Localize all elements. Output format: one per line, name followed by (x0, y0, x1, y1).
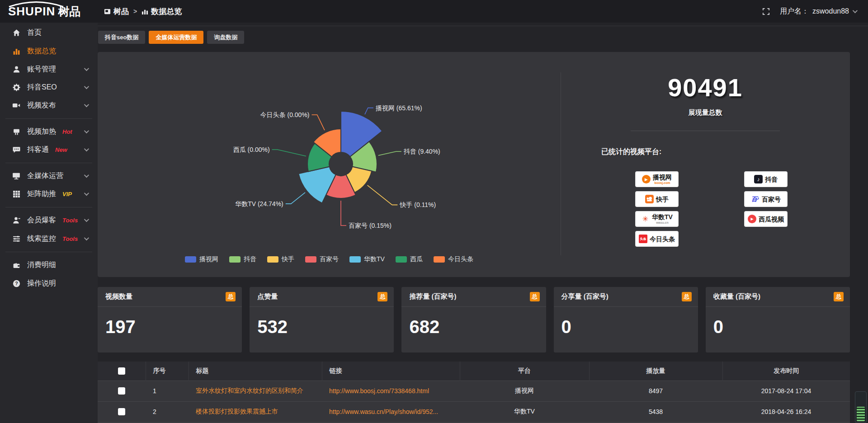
sidebar-item-视频加热[interactable]: 视频加热Hot (0, 122, 98, 141)
pie-label-line (286, 193, 305, 204)
sidebar-item-全媒体运营[interactable]: 全媒体运营 (0, 167, 98, 185)
stat-card-value: 0 (713, 317, 850, 337)
breadcrumb-root[interactable]: 树品 (104, 6, 129, 17)
sidebar-item-首页[interactable]: 首页 (0, 24, 98, 42)
legend-item-华数TV[interactable]: 华数TV (349, 255, 385, 263)
platform-name: 今日头条 (650, 236, 675, 242)
platform-name: 快手 (656, 196, 669, 202)
app-logo[interactable]: SHUPIN 树品 (0, 5, 98, 17)
column-header-标题: 标题 (189, 362, 322, 381)
sidebar-item-label: 全媒体运营 (27, 171, 63, 181)
exposure-summary: 90491 展现量总数 已统计的视频平台: ▶播视网boosj.com快手✳华数… (561, 52, 850, 277)
legend-color-chip (185, 256, 196, 263)
pie-label-快手: 快手 (0.11%) (399, 201, 436, 208)
stat-card-title: 视频数量 (105, 292, 132, 301)
legend-item-百家号[interactable]: 百家号 (305, 255, 339, 263)
platform-card-今日头条[interactable]: 头条今日头条 (636, 231, 678, 246)
legend-item-播视网[interactable]: 播视网 (185, 255, 218, 263)
platform-card-华数TV[interactable]: ✳华数TVwasu.cn (636, 212, 678, 226)
platform-card-快手[interactable]: 快手 (636, 192, 678, 207)
select-all-checkbox[interactable] (118, 367, 125, 375)
total-badge[interactable]: 总 (226, 292, 236, 301)
cell-video-title[interactable]: 室外水纹灯和室内水纹灯的区别和简介 (196, 387, 303, 394)
breadcrumb: 树品 > 数据总览 (104, 6, 182, 17)
sidebar-item-抖音SEO[interactable]: 抖音SEO (0, 78, 98, 96)
total-badge[interactable]: 总 (377, 292, 387, 301)
bar-chart-icon (142, 8, 148, 15)
legend-item-今日头条[interactable]: 今日头条 (434, 255, 473, 263)
sidebar-item-label: 视频发布 (27, 101, 56, 110)
home-icon (12, 28, 21, 37)
stat-card-收藏量 (百家号): 收藏量 (百家号)总0 (706, 287, 850, 352)
total-badge[interactable]: 总 (834, 292, 844, 301)
legend-label: 西瓜 (410, 255, 423, 263)
stat-card-header: 视频数量总 (98, 287, 242, 307)
cell-video-title[interactable]: 楼体投影灯投影效果震撼上市 (196, 408, 278, 415)
platform-column-left: ▶播视网boosj.com快手✳华数TVwasu.cn头条今日头条 (636, 172, 681, 246)
chevron-down-icon (84, 84, 89, 89)
legend-label: 今日头条 (448, 255, 473, 263)
chevron-down-icon (84, 128, 89, 133)
legend-item-抖音[interactable]: 抖音 (229, 255, 256, 263)
kuaishou-icon (645, 195, 654, 203)
username-label: 用户名： (780, 7, 809, 16)
sidebar-item-视频发布[interactable]: 视频发布 (0, 96, 98, 114)
sidebar-item-label: 账号管理 (27, 65, 56, 74)
platform-card-抖音[interactable]: ♪抖音 (745, 172, 787, 187)
breadcrumb-separator: > (133, 8, 137, 15)
stat-card-header: 收藏量 (百家号)总 (706, 287, 850, 307)
total-badge[interactable]: 总 (682, 292, 692, 301)
stat-card-header: 分享量 (百家号)总 (554, 287, 698, 307)
legend-item-西瓜[interactable]: 西瓜 (396, 255, 423, 263)
svg-text:?: ? (15, 281, 18, 286)
sidebar-item-label: 矩阵助推 (27, 189, 56, 199)
chevron-down-icon (84, 235, 89, 240)
breadcrumb-current[interactable]: 数据总览 (142, 6, 182, 17)
pie-label-line (312, 115, 325, 130)
sidebar-item-数据总览[interactable]: 数据总览 (0, 42, 98, 60)
sidebar-item-矩阵助推[interactable]: 矩阵助推VIP (0, 185, 98, 203)
pie-label-百家号: 百家号 (0.15%) (349, 222, 392, 229)
tab-抖音seo数据[interactable]: 抖音seo数据 (98, 31, 145, 44)
platform-share-rose-chart[interactable]: 播视网 (65.61%)抖音 (9.40%)快手 (0.11%)百家号 (0.1… (98, 52, 561, 277)
stat-card-value: 0 (561, 317, 698, 337)
sidebar-item-会员爆客[interactable]: 会员爆客Tools (0, 211, 98, 229)
pie-slice-华数TV[interactable] (298, 167, 335, 203)
wasu-icon: ✳ (641, 215, 650, 223)
user-icon (12, 65, 21, 74)
tab-询盘数据[interactable]: 询盘数据 (207, 31, 244, 44)
platform-card-百家号[interactable]: 百百家号 (745, 192, 787, 207)
legend-item-快手[interactable]: 快手 (267, 255, 294, 263)
sidebar: 首页数据总览账号管理抖音SEO视频发布视频加热Hot抖客通New全媒体运营矩阵助… (0, 23, 98, 423)
cell-video-link[interactable]: http://www.boosj.com/7338468.html (329, 387, 429, 395)
platform-card-播视网[interactable]: ▶播视网boosj.com (636, 172, 678, 187)
legend-label: 百家号 (320, 255, 339, 263)
sidebar-item-抖客通[interactable]: 抖客通New (0, 141, 98, 159)
pie-label-播视网: 播视网 (65.61%) (375, 104, 422, 112)
table-row: 2楼体投影灯投影效果震撼上市http://www.wasu.cn/Play/sh… (98, 401, 850, 422)
sidebar-divider (5, 252, 92, 252)
sidebar-item-账号管理[interactable]: 账号管理 (0, 60, 98, 78)
cell-index: 2 (146, 401, 189, 422)
cell-video-link[interactable]: http://www.wasu.cn/Play/show/id/952... (329, 408, 438, 415)
chevron-down-icon (84, 146, 89, 151)
platform-card-西瓜视频[interactable]: ▶西瓜视频 (745, 212, 787, 226)
browser-helper-widget[interactable] (855, 391, 867, 423)
grid-icon (12, 189, 21, 198)
fullscreen-icon[interactable] (762, 8, 770, 15)
tab-全媒体运营数据[interactable]: 全媒体运营数据 (149, 31, 203, 44)
sidebar-item-操作说明[interactable]: ?操作说明 (0, 274, 98, 292)
column-header-链接: 链接 (322, 362, 460, 381)
pie-label-华数TV: 华数TV (24.74%) (235, 200, 283, 207)
user-menu[interactable]: 用户名：zswodun88 (780, 7, 856, 16)
row-checkbox[interactable] (118, 387, 125, 395)
sidebar-item-线索监控[interactable]: 线索监控Tools (0, 230, 98, 248)
sidebar-item-消费明细[interactable]: 消费明细 (0, 256, 98, 274)
row-checkbox[interactable] (118, 408, 125, 415)
chevron-down-icon (84, 217, 89, 222)
stat-card-value: 197 (105, 317, 242, 337)
total-badge[interactable]: 总 (530, 292, 540, 301)
sidebar-divider (5, 118, 92, 119)
stat-card-分享量 (百家号): 分享量 (百家号)总0 (554, 287, 698, 352)
platform-name: 华数TV (652, 214, 673, 220)
